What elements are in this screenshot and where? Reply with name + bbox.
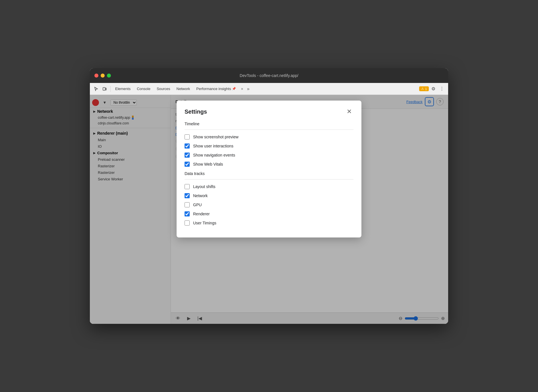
main-content: ▾ No throttlin ▶ Network coffee-cart.net… [90,95,448,324]
pin-icon: 📌 [232,87,236,91]
titlebar-title: DevTools - coffee-cart.netlify.app/ [240,73,298,78]
close-button[interactable] [94,74,98,78]
svg-rect-0 [103,87,105,90]
checkbox-user-timings[interactable]: User Timings [185,220,353,226]
checkbox-label-network: Network [193,193,208,198]
tab-sources[interactable]: Sources [154,86,173,92]
checkbox-input-network[interactable] [185,193,190,198]
device-icon [102,87,107,91]
tab-network[interactable]: Network [174,86,193,92]
settings-close-button[interactable]: ✕ [345,107,353,116]
tab-console[interactable]: Console [134,86,153,92]
checkbox-input-user-timings[interactable] [185,220,190,226]
checkbox-show-web-vitals[interactable]: Show Web Vitals [185,162,353,167]
checkbox-input-gpu[interactable] [185,202,190,207]
checkbox-input-navigation-events[interactable] [185,153,190,158]
warning-icon: ⚠ [421,87,424,91]
checkbox-label-layout-shifts: Layout shifts [193,184,216,189]
checkbox-label-user-interactions: Show user interactions [193,144,233,148]
notification-count: 1 [425,87,427,91]
cursor-icon [94,87,98,91]
select-tool-button[interactable] [92,85,100,93]
checkbox-input-web-vitals[interactable] [185,162,190,167]
timeline-divider [185,130,353,130]
checkbox-label-navigation-events: Show navigation events [193,153,235,157]
checkbox-renderer[interactable]: Renderer [185,211,353,216]
checkbox-label-user-timings: User Timings [193,221,216,225]
checkbox-label-web-vitals: Show Web Vitals [193,162,223,166]
devtools-window: DevTools - coffee-cart.netlify.app/ Elem… [90,68,448,324]
settings-dialog: Settings ✕ Timeline Show screenshot prev… [177,101,361,237]
devtools-toolbar: Elements Console Sources Network Perform… [90,83,448,95]
more-tabs-button[interactable]: » [245,86,251,92]
checkbox-show-screenshot-preview[interactable]: Show screenshot preview [185,134,353,139]
checkbox-show-navigation-events[interactable]: Show navigation events [185,153,353,158]
window-controls [94,74,111,78]
data-tracks-divider [185,179,353,180]
checkbox-input-user-interactions[interactable] [185,143,190,149]
settings-section-timeline: Timeline Show screenshot preview Show us… [185,122,353,167]
svg-rect-1 [105,88,106,90]
maximize-button[interactable] [107,74,111,78]
tab-elements[interactable]: Elements [112,86,133,92]
settings-section-data-tracks: Data tracks Layout shifts Network GPU [185,171,353,226]
checkbox-network[interactable]: Network [185,193,353,198]
minimize-button[interactable] [101,74,105,78]
timeline-section-title: Timeline [185,122,353,126]
dialog-overlay[interactable]: Settings ✕ Timeline Show screenshot prev… [90,95,448,324]
checkbox-show-user-interactions[interactable]: Show user interactions [185,143,353,149]
settings-gear-button[interactable]: ⚙ [429,85,437,93]
settings-header: Settings ✕ [185,107,353,116]
checkbox-gpu[interactable]: GPU [185,202,353,207]
checkbox-input-layout-shifts[interactable] [185,184,190,189]
checkbox-input-screenshot[interactable] [185,134,190,139]
close-tab-button[interactable]: × [239,86,245,91]
notification-badge: ⚠ 1 [419,86,429,91]
data-tracks-section-title: Data tracks [185,171,353,176]
separator [110,86,111,92]
tab-performance-insights[interactable]: Performance insights 📌 [193,86,239,92]
device-toolbar-button[interactable] [101,85,109,93]
more-options-button[interactable]: ⋮ [438,85,446,93]
settings-title: Settings [185,109,207,115]
checkbox-input-renderer[interactable] [185,211,190,216]
titlebar: DevTools - coffee-cart.netlify.app/ [90,68,448,83]
checkbox-label-gpu: GPU [193,203,202,207]
checkbox-layout-shifts[interactable]: Layout shifts [185,184,353,189]
checkbox-label-renderer: Renderer [193,212,210,216]
checkbox-label-screenshot: Show screenshot preview [193,135,239,139]
